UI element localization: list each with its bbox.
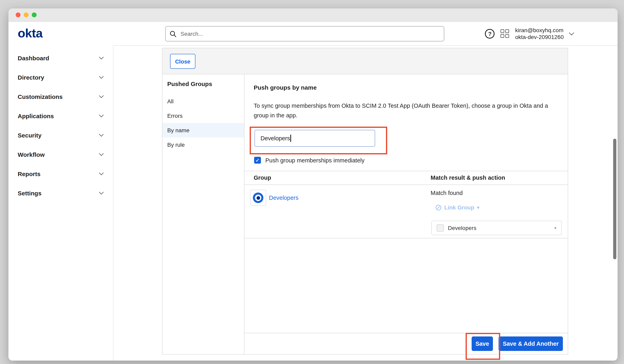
sidebar: Dashboard Directory Customizations Appli… <box>8 45 113 361</box>
header-right-cluster: ? kiran@boxyhq.com okta-dev-20901260 <box>485 22 573 45</box>
save-and-add-another-button[interactable]: Save & Add Another <box>498 337 563 351</box>
match-status: Match found <box>431 190 463 196</box>
sidebar-item-customizations[interactable]: Customizations <box>8 87 113 106</box>
link-group-action[interactable]: Link Group ▾ <box>435 204 479 211</box>
table-header: Group Match result & push action <box>244 171 568 185</box>
push-immediately-label: Push group memberships immediately <box>265 157 364 163</box>
save-button[interactable]: Save <box>472 337 493 351</box>
group-ring-icon <box>253 193 263 203</box>
push-immediately-row: ✓ Push group memberships immediately <box>254 157 364 164</box>
page-description: To sync group memberships from Okta to S… <box>254 101 553 120</box>
search-icon <box>170 30 177 37</box>
chevron-down-icon <box>99 113 104 117</box>
minimize-window-button[interactable] <box>24 12 28 17</box>
sidebar-item-dashboard[interactable]: Dashboard <box>8 48 113 68</box>
global-search[interactable] <box>165 26 444 41</box>
window-titlebar <box>8 8 618 22</box>
zoom-window-button[interactable] <box>32 12 37 17</box>
close-button[interactable]: Close <box>170 54 195 69</box>
app-header: okta ? kiran@boxyhq.com okta-dev-2090126… <box>8 22 618 46</box>
match-group-select[interactable]: Developers ▾ <box>431 221 562 235</box>
sidebar-item-security[interactable]: Security <box>8 126 113 145</box>
sidebar-item-label: Settings <box>18 189 41 196</box>
push-immediately-checkbox[interactable]: ✓ <box>254 157 261 164</box>
sidebar-item-reports[interactable]: Reports <box>8 164 113 183</box>
account-menu[interactable]: kiran@boxyhq.com okta-dev-20901260 <box>515 27 564 40</box>
panel-toolbar: Close <box>162 48 568 74</box>
page-title: Push groups by name <box>254 84 317 91</box>
chevron-down-icon: ▾ <box>554 225 556 231</box>
sidebar-item-applications[interactable]: Applications <box>8 106 113 126</box>
sidebar-item-settings[interactable]: Settings <box>8 183 113 203</box>
chevron-down-icon <box>99 171 104 175</box>
subnav-item-by-name[interactable]: By name <box>162 123 244 137</box>
sidebar-item-label: Reports <box>18 170 40 177</box>
chevron-down-icon <box>99 132 104 137</box>
link-group-label: Link Group <box>444 204 474 211</box>
caret-down-icon: ▾ <box>477 205 479 210</box>
group-avatar <box>250 190 266 206</box>
column-group: Group <box>254 175 271 181</box>
sidebar-item-workflow[interactable]: Workflow <box>8 145 113 164</box>
sidebar-item-label: Applications <box>18 112 54 119</box>
stage: okta ? kiran@boxyhq.com okta-dev-2090126… <box>0 0 624 364</box>
close-window-button[interactable] <box>16 12 21 17</box>
group-name-link[interactable]: Developers <box>269 195 299 201</box>
match-select-value: Developers <box>448 225 476 231</box>
pushed-groups-subnav: Pushed Groups All Errors By name By rule <box>162 74 244 354</box>
panel-footer: Save Save & Add Another <box>244 333 568 354</box>
apps-grid-icon[interactable] <box>501 29 509 38</box>
sidebar-item-label: Dashboard <box>18 54 49 61</box>
chevron-down-icon <box>99 151 104 156</box>
sidebar-item-label: Customizations <box>18 93 62 100</box>
panel-body: Pushed Groups All Errors By name By rule… <box>162 74 568 354</box>
push-groups-panel: Close Pushed Groups All Errors By name B… <box>162 48 568 355</box>
select-checkbox-icon <box>437 224 444 232</box>
help-icon[interactable]: ? <box>485 29 495 38</box>
group-name-input-value: Developers <box>260 135 290 141</box>
table-row: Developers Match found Link Group ▾ <box>244 185 568 238</box>
subnav-title: Pushed Groups <box>162 74 244 88</box>
sidebar-item-directory[interactable]: Directory <box>8 68 113 87</box>
chevron-down-icon <box>99 93 104 98</box>
chevron-down-icon <box>99 55 104 59</box>
sidebar-item-label: Security <box>18 132 41 138</box>
browser-window: okta ? kiran@boxyhq.com okta-dev-2090126… <box>8 8 618 361</box>
account-email: kiran@boxyhq.com <box>515 27 564 34</box>
subnav-item-by-rule[interactable]: By rule <box>162 137 244 152</box>
sidebar-item-label: Workflow <box>18 151 45 158</box>
subnav-item-errors[interactable]: Errors <box>162 108 244 123</box>
chevron-down-icon[interactable] <box>569 30 574 35</box>
link-icon <box>435 205 442 210</box>
search-input[interactable] <box>180 30 440 37</box>
group-name-input[interactable]: Developers <box>255 130 375 147</box>
subnav-item-all[interactable]: All <box>162 94 244 108</box>
sidebar-item-label: Directory <box>18 74 44 80</box>
account-org: okta-dev-20901260 <box>515 34 564 40</box>
chevron-down-icon <box>99 74 104 79</box>
scrollbar-thumb[interactable] <box>613 139 616 259</box>
okta-logo[interactable]: okta <box>18 26 43 41</box>
chevron-down-icon <box>99 190 104 195</box>
push-by-name-content: Push groups by name To sync group member… <box>244 74 568 354</box>
text-cursor <box>290 135 291 142</box>
column-match-result: Match result & push action <box>431 175 505 181</box>
